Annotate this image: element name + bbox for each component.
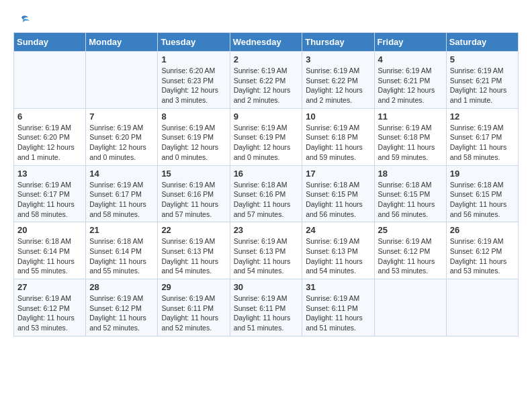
day-number: 25 (378, 225, 443, 235)
calendar-cell: 16Sunrise: 6:18 AM Sunset: 6:16 PM Dayli… (230, 165, 302, 222)
day-number: 27 (17, 282, 82, 292)
calendar-cell: 25Sunrise: 6:19 AM Sunset: 6:12 PM Dayli… (374, 222, 446, 279)
calendar-cell: 1Sunrise: 6:20 AM Sunset: 6:23 PM Daylig… (158, 52, 230, 109)
day-number: 14 (89, 169, 154, 179)
calendar-cell: 8Sunrise: 6:19 AM Sunset: 6:19 PM Daylig… (158, 108, 230, 165)
calendar-cell: 24Sunrise: 6:19 AM Sunset: 6:13 PM Dayli… (302, 222, 374, 279)
day-number: 4 (378, 54, 443, 64)
day-detail: Sunrise: 6:19 AM Sunset: 6:17 PM Dayligh… (89, 180, 154, 220)
calendar-week-row: 1Sunrise: 6:20 AM Sunset: 6:23 PM Daylig… (14, 52, 519, 109)
calendar-cell (86, 52, 158, 109)
day-number: 21 (89, 225, 154, 235)
day-number: 16 (234, 169, 299, 179)
day-number: 15 (161, 169, 226, 179)
calendar-cell: 10Sunrise: 6:19 AM Sunset: 6:18 PM Dayli… (302, 108, 374, 165)
calendar: SundayMondayTuesdayWednesdayThursdayFrid… (13, 32, 519, 336)
calendar-cell: 17Sunrise: 6:18 AM Sunset: 6:15 PM Dayli… (302, 165, 374, 222)
calendar-cell: 7Sunrise: 6:19 AM Sunset: 6:20 PM Daylig… (86, 108, 158, 165)
day-number: 24 (306, 225, 370, 235)
logo-bird-icon (15, 13, 30, 28)
day-number: 26 (450, 225, 515, 235)
day-number: 10 (306, 111, 370, 122)
calendar-cell: 31Sunrise: 6:19 AM Sunset: 6:11 PM Dayli… (302, 279, 374, 336)
calendar-cell: 23Sunrise: 6:19 AM Sunset: 6:13 PM Dayli… (230, 222, 302, 279)
day-number: 11 (378, 111, 443, 122)
day-detail: Sunrise: 6:19 AM Sunset: 6:18 PM Dayligh… (306, 123, 370, 163)
day-detail: Sunrise: 6:18 AM Sunset: 6:14 PM Dayligh… (89, 236, 154, 276)
day-number: 6 (17, 111, 82, 122)
calendar-cell: 19Sunrise: 6:18 AM Sunset: 6:15 PM Dayli… (446, 165, 518, 222)
calendar-cell: 2Sunrise: 6:19 AM Sunset: 6:22 PM Daylig… (230, 52, 302, 109)
header (13, 13, 519, 26)
day-detail: Sunrise: 6:19 AM Sunset: 6:13 PM Dayligh… (161, 236, 226, 276)
calendar-week-row: 20Sunrise: 6:18 AM Sunset: 6:14 PM Dayli… (14, 222, 519, 279)
calendar-cell: 3Sunrise: 6:19 AM Sunset: 6:22 PM Daylig… (302, 52, 374, 109)
calendar-cell: 27Sunrise: 6:19 AM Sunset: 6:12 PM Dayli… (14, 279, 86, 336)
day-detail: Sunrise: 6:19 AM Sunset: 6:20 PM Dayligh… (89, 123, 154, 163)
calendar-cell (446, 279, 518, 336)
day-detail: Sunrise: 6:19 AM Sunset: 6:16 PM Dayligh… (161, 180, 226, 220)
day-detail: Sunrise: 6:19 AM Sunset: 6:19 PM Dayligh… (161, 123, 226, 163)
calendar-week-row: 6Sunrise: 6:19 AM Sunset: 6:20 PM Daylig… (14, 108, 519, 165)
calendar-cell: 14Sunrise: 6:19 AM Sunset: 6:17 PM Dayli… (86, 165, 158, 222)
day-detail: Sunrise: 6:19 AM Sunset: 6:11 PM Dayligh… (234, 293, 299, 333)
calendar-header-friday: Friday (374, 33, 446, 52)
day-detail: Sunrise: 6:19 AM Sunset: 6:22 PM Dayligh… (234, 66, 299, 105)
day-detail: Sunrise: 6:19 AM Sunset: 6:12 PM Dayligh… (378, 236, 443, 276)
day-detail: Sunrise: 6:19 AM Sunset: 6:22 PM Dayligh… (306, 66, 370, 105)
day-number: 1 (161, 54, 226, 64)
day-detail: Sunrise: 6:19 AM Sunset: 6:18 PM Dayligh… (378, 123, 443, 163)
day-number: 23 (234, 225, 299, 235)
day-detail: Sunrise: 6:18 AM Sunset: 6:15 PM Dayligh… (378, 180, 443, 220)
day-number: 19 (450, 169, 515, 179)
calendar-cell: 6Sunrise: 6:19 AM Sunset: 6:20 PM Daylig… (14, 108, 86, 165)
calendar-header-tuesday: Tuesday (158, 33, 230, 52)
day-number: 31 (306, 282, 370, 292)
day-detail: Sunrise: 6:20 AM Sunset: 6:23 PM Dayligh… (161, 66, 226, 105)
calendar-cell (14, 52, 86, 109)
day-detail: Sunrise: 6:18 AM Sunset: 6:14 PM Dayligh… (17, 236, 82, 276)
calendar-header-row: SundayMondayTuesdayWednesdayThursdayFrid… (14, 33, 519, 52)
day-detail: Sunrise: 6:19 AM Sunset: 6:17 PM Dayligh… (450, 123, 515, 163)
day-number: 13 (17, 169, 82, 179)
day-detail: Sunrise: 6:19 AM Sunset: 6:12 PM Dayligh… (450, 236, 515, 276)
calendar-cell: 29Sunrise: 6:19 AM Sunset: 6:11 PM Dayli… (158, 279, 230, 336)
day-detail: Sunrise: 6:19 AM Sunset: 6:17 PM Dayligh… (17, 180, 82, 220)
day-detail: Sunrise: 6:19 AM Sunset: 6:12 PM Dayligh… (17, 293, 82, 333)
day-number: 8 (161, 111, 226, 122)
calendar-header-monday: Monday (86, 33, 158, 52)
calendar-header-saturday: Saturday (446, 33, 518, 52)
day-number: 9 (234, 111, 299, 122)
day-detail: Sunrise: 6:19 AM Sunset: 6:13 PM Dayligh… (234, 236, 299, 276)
day-detail: Sunrise: 6:19 AM Sunset: 6:19 PM Dayligh… (234, 123, 299, 163)
calendar-cell: 28Sunrise: 6:19 AM Sunset: 6:12 PM Dayli… (86, 279, 158, 336)
calendar-cell (374, 279, 446, 336)
calendar-week-row: 27Sunrise: 6:19 AM Sunset: 6:12 PM Dayli… (14, 279, 519, 336)
calendar-cell: 13Sunrise: 6:19 AM Sunset: 6:17 PM Dayli… (14, 165, 86, 222)
calendar-cell: 18Sunrise: 6:18 AM Sunset: 6:15 PM Dayli… (374, 165, 446, 222)
calendar-cell: 4Sunrise: 6:19 AM Sunset: 6:21 PM Daylig… (374, 52, 446, 109)
day-number: 30 (234, 282, 299, 292)
day-number: 7 (89, 111, 154, 122)
calendar-cell: 20Sunrise: 6:18 AM Sunset: 6:14 PM Dayli… (14, 222, 86, 279)
day-detail: Sunrise: 6:19 AM Sunset: 6:12 PM Dayligh… (89, 293, 154, 333)
day-detail: Sunrise: 6:18 AM Sunset: 6:15 PM Dayligh… (450, 180, 515, 220)
calendar-cell: 15Sunrise: 6:19 AM Sunset: 6:16 PM Dayli… (158, 165, 230, 222)
day-number: 29 (161, 282, 226, 292)
day-detail: Sunrise: 6:19 AM Sunset: 6:20 PM Dayligh… (17, 123, 82, 163)
calendar-cell: 26Sunrise: 6:19 AM Sunset: 6:12 PM Dayli… (446, 222, 518, 279)
day-number: 12 (450, 111, 515, 122)
calendar-cell: 9Sunrise: 6:19 AM Sunset: 6:19 PM Daylig… (230, 108, 302, 165)
day-number: 3 (306, 54, 370, 64)
day-detail: Sunrise: 6:19 AM Sunset: 6:11 PM Dayligh… (161, 293, 226, 333)
logo (13, 13, 30, 26)
day-number: 28 (89, 282, 154, 292)
day-detail: Sunrise: 6:18 AM Sunset: 6:16 PM Dayligh… (234, 180, 299, 220)
calendar-header-wednesday: Wednesday (230, 33, 302, 52)
calendar-header-thursday: Thursday (302, 33, 374, 52)
day-number: 20 (17, 225, 82, 235)
day-number: 2 (234, 54, 299, 64)
day-detail: Sunrise: 6:19 AM Sunset: 6:21 PM Dayligh… (378, 66, 443, 105)
calendar-cell: 22Sunrise: 6:19 AM Sunset: 6:13 PM Dayli… (158, 222, 230, 279)
calendar-cell: 30Sunrise: 6:19 AM Sunset: 6:11 PM Dayli… (230, 279, 302, 336)
